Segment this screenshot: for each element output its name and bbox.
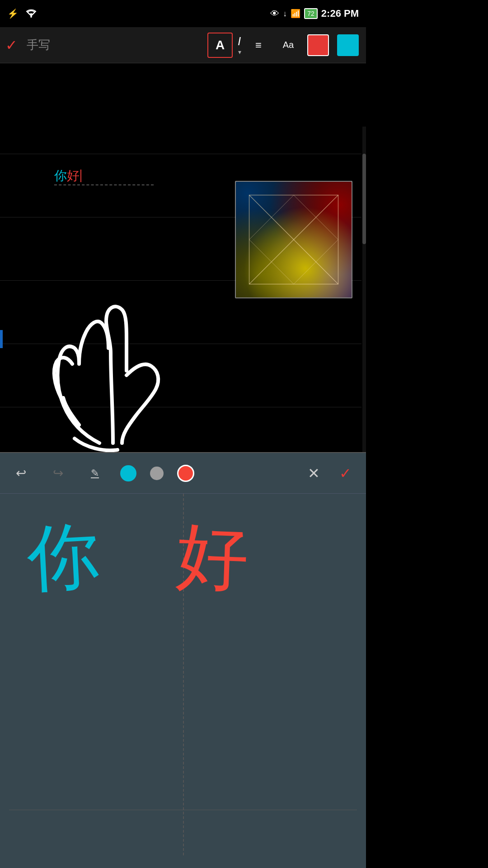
confirm-button[interactable]: ✓ <box>5 37 18 54</box>
color-red-dot[interactable] <box>177 465 194 482</box>
left-marker <box>0 330 3 348</box>
hw-bottom-line <box>9 810 357 810</box>
color-white-dot[interactable] <box>150 467 164 480</box>
hand-cursor <box>27 253 221 452</box>
color-picker[interactable] <box>235 181 352 298</box>
status-right-icons: 👁 ↓ 📶 72 2:26 PM <box>270 8 359 19</box>
bold-button[interactable]: A <box>207 33 233 58</box>
color-cyan-button[interactable] <box>335 33 361 58</box>
hw-toolbar: ↩ ↪ ✎ ✕ ✓ <box>0 453 366 494</box>
color-red-button[interactable] <box>305 33 331 58</box>
color-red-swatch <box>307 34 329 56</box>
align-button[interactable]: ≡ <box>246 33 271 58</box>
color-picker-gradient <box>235 181 352 298</box>
text-input-area[interactable]: 你 好 <box>54 167 81 184</box>
hw-confirm-button[interactable]: ✓ <box>333 462 357 485</box>
toolbar: ✓ 手写 A I ▾ ≡ Aa <box>0 27 366 63</box>
italic-dropdown[interactable]: I ▾ <box>237 34 241 56</box>
status-bar: ⚡ 👁 ↓ 📶 72 2:26 PM <box>0 0 366 27</box>
svg-point-0 <box>30 16 32 18</box>
color-picker-x-lines <box>236 182 352 297</box>
handwriting-panel: ↩ ↪ ✎ ✕ ✓ 你 好 <box>0 452 366 868</box>
font-size-button[interactable]: Aa <box>276 33 301 58</box>
hw-char-hao: 好 <box>175 519 249 594</box>
canvas-area: 你 好 <box>0 63 366 452</box>
eye-icon: 👁 <box>270 9 279 19</box>
italic-dropdown-arrow: ▾ <box>238 48 241 56</box>
hw-canvas[interactable]: 你 好 <box>0 494 366 855</box>
hw-close-button[interactable]: ✕ <box>308 465 320 482</box>
color-cyan-swatch <box>337 34 359 56</box>
eraser-button[interactable]: ✎ <box>83 462 107 485</box>
color-cyan-dot[interactable] <box>120 465 136 481</box>
signal-icon: 📶 <box>291 9 300 19</box>
redo-button[interactable]: ↪ <box>46 462 70 485</box>
text-cursor <box>80 170 81 182</box>
undo-button[interactable]: ↩ <box>9 462 33 485</box>
text-underline <box>54 184 154 185</box>
usb-icon: ⚡ <box>7 8 19 19</box>
char-ni: 你 <box>54 167 67 184</box>
wifi-icon <box>25 8 38 20</box>
char-hao: 好 <box>67 167 80 184</box>
hw-char-ni: 你 <box>25 519 101 595</box>
scroll-bar[interactable] <box>362 127 366 452</box>
battery-indicator: 72 <box>304 8 318 19</box>
scroll-thumb[interactable] <box>362 154 366 244</box>
status-time: 2:26 PM <box>321 8 359 19</box>
rule-line-1 <box>0 154 361 154</box>
toolbar-title: 手写 <box>27 37 50 53</box>
download-icon: ↓ <box>283 9 287 19</box>
status-left-icons: ⚡ <box>7 8 38 20</box>
